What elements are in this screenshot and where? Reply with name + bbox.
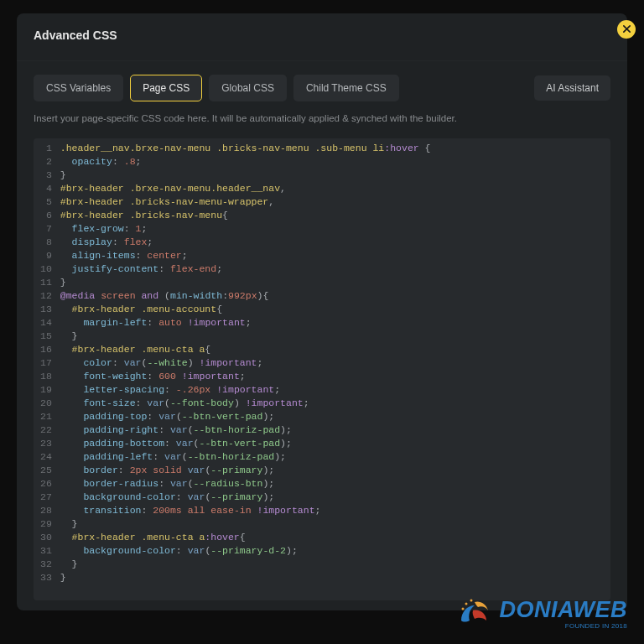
watermark-title: DONIAWEB bbox=[500, 599, 628, 621]
tab-global-css[interactable]: Global CSS bbox=[209, 75, 287, 101]
modal-title: Advanced CSS bbox=[17, 13, 627, 61]
watermark: DONIAWEB FOUNDED IN 2018 bbox=[454, 595, 628, 632]
line-numbers: 1234567891011121314151617181920212223242… bbox=[34, 142, 60, 584]
tab-css-variables[interactable]: CSS Variables bbox=[34, 75, 123, 101]
watermark-subtitle: FOUNDED IN 2018 bbox=[500, 623, 628, 630]
ai-assistant-button[interactable]: AI Assistant bbox=[534, 75, 610, 101]
close-button[interactable] bbox=[617, 20, 636, 39]
svg-point-2 bbox=[461, 608, 464, 610]
code-content[interactable]: .header__nav.brxe-nav-menu .bricks-nav-m… bbox=[60, 142, 610, 584]
watermark-icon bbox=[454, 595, 495, 632]
tab-child-theme-css[interactable]: Child Theme CSS bbox=[293, 75, 399, 101]
code-editor[interactable]: 1234567891011121314151617181920212223242… bbox=[34, 138, 610, 600]
tab-page-css[interactable]: Page CSS bbox=[130, 75, 202, 101]
css-tabs-toolbar: CSS Variables Page CSS Global CSS Child … bbox=[17, 61, 627, 101]
svg-point-1 bbox=[470, 600, 472, 602]
instruction-text: Insert your page-specific CSS code here.… bbox=[17, 101, 627, 132]
close-icon bbox=[622, 23, 631, 36]
advanced-css-modal: Advanced CSS CSS Variables Page CSS Glob… bbox=[17, 13, 627, 610]
svg-point-0 bbox=[465, 603, 467, 605]
